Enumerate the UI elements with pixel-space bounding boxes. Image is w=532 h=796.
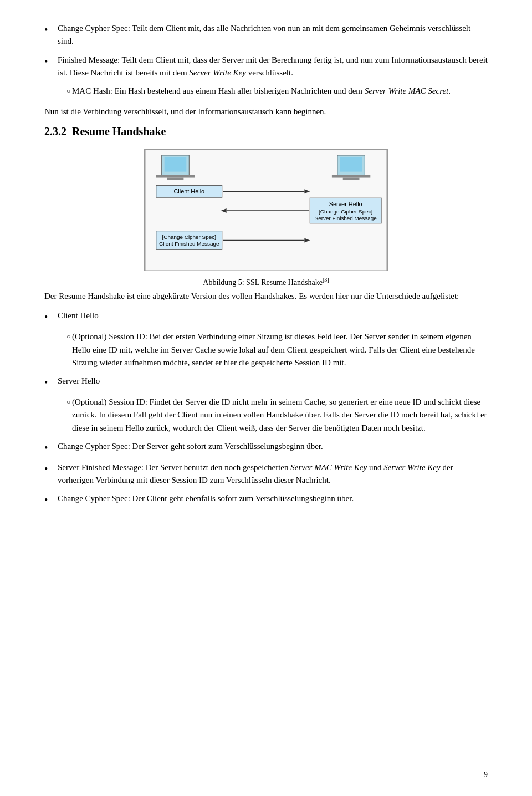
bullet-text-change-cypher-client: Change Cypher Spec: Der Client geht eben… [58,492,488,505]
sub-circle-server-hello: ○ [55,396,72,407]
transition-paragraph: Nun ist die Verbindung verschlüsselt, un… [44,105,488,118]
bullet-dot-change-cypher-client: • [44,492,58,508]
bullet-dot-1: • [44,22,58,38]
sub-circle-client-hello: ○ [55,330,72,342]
main-bullets-section: • Client Hello ○ (Optional) Session ID: … [44,309,488,508]
diagram-caption: Abbildung 5: SSL Resume Handshake[3] [44,277,488,287]
svg-text:[Change Cipher Spec]: [Change Cipher Spec] [319,208,373,214]
svg-rect-2 [165,157,187,171]
sub-text-server-hello-session: (Optional) Session ID: Findet der Server… [72,396,488,435]
italic-server-mac-write-key: Server MAC Write Key [290,463,367,472]
section-heading: 2.3.2 Resume Handshake [44,125,488,138]
section-number: 2.3.2 [44,125,66,137]
italic-server-write-key-2: Server Write Key [383,463,440,472]
bullet-dot-change-cypher-server: • [44,440,58,456]
bullet-change-cypher-top: • Change Cypher Spec: Teilt dem Client m… [44,22,488,48]
diagram-wrapper: Client Hello Server Hello [Change Cipher… [44,149,488,271]
italic-server-write-key: Server Write Key [189,68,245,77]
sub-text-client-hello-session: (Optional) Session ID: Bei der ersten Ve… [72,330,488,369]
svg-rect-7 [332,175,370,177]
svg-text:Server Finished Message: Server Finished Message [315,215,377,221]
svg-text:Client Finished Message: Client Finished Message [159,241,219,247]
bullet-text-finished-message: Finished Message: Teilt dem Client mit, … [58,54,488,80]
caption-text: Abbildung 5: SSL Resume Handshake [203,278,323,286]
sub-bullet-server-hello-session: ○ (Optional) Session ID: Findet der Serv… [55,396,488,435]
bullet-server-hello: • Server Hello [44,375,488,390]
intro-paragraph: Der Resume Handshake ist eine abgekürzte… [44,290,488,303]
sub-bullet-client-hello-session: ○ (Optional) Session ID: Bei der ersten … [55,330,488,369]
svg-text:Server Hello: Server Hello [329,201,362,207]
italic-server-mac-secret: Server Write MAC Secret [365,86,448,95]
bullet-text-change-cypher-top: Change Cypher Spec: Teilt dem Client mit… [58,22,488,48]
svg-rect-3 [156,175,195,177]
sub-bullet-circle: ○ [55,85,72,96]
bullet-change-cypher-client: • Change Cypher Spec: Der Client geht eb… [44,492,488,508]
bullet-dot-server-finished: • [44,461,58,477]
bullet-text-server-finished: Server Finished Message: Der Server benu… [58,461,488,487]
svg-text:Client Hello: Client Hello [173,188,204,195]
svg-text:[Change Cipher Spec]: [Change Cipher Spec] [162,233,217,239]
bullet-label-client-hello: Client Hello [58,309,488,322]
bullet-server-finished: • Server Finished Message: Der Server be… [44,461,488,487]
bullet-dot-server-hello: • [44,375,58,390]
svg-rect-6 [340,157,362,171]
bullet-finished-message: • Finished Message: Teilt dem Client mit… [44,54,488,80]
sub-bullet-mac-hash: ○ MAC Hash: Ein Hash bestehend aus einem… [55,85,488,98]
bullet-client-hello: • Client Hello [44,309,488,325]
caption-superscript: [3] [323,277,329,283]
svg-rect-4 [167,177,184,180]
intro-text: Der Resume Handshake ist eine abgekürzte… [44,292,459,300]
svg-rect-8 [343,177,360,180]
bullet-change-cypher-server: • Change Cypher Spec: Der Server geht so… [44,440,488,456]
bullet-text-change-cypher-server: Change Cypher Spec: Der Server geht sofo… [58,440,488,453]
top-bullets: • Change Cypher Spec: Teilt dem Client m… [44,22,488,98]
transition-text: Nun ist die Verbindung verschlüsselt, un… [44,107,326,116]
bullet-label-server-hello: Server Hello [58,375,488,387]
page-number: 9 [484,771,488,779]
ssl-diagram: Client Hello Server Hello [Change Cipher… [144,149,388,271]
bullet-dot-2: • [44,54,58,69]
section-title: Resume Handshake [72,125,166,137]
sub-bullet-text-mac-hash: MAC Hash: Ein Hash bestehend aus einem H… [72,85,488,98]
bullet-dot-client-hello: • [44,309,58,325]
